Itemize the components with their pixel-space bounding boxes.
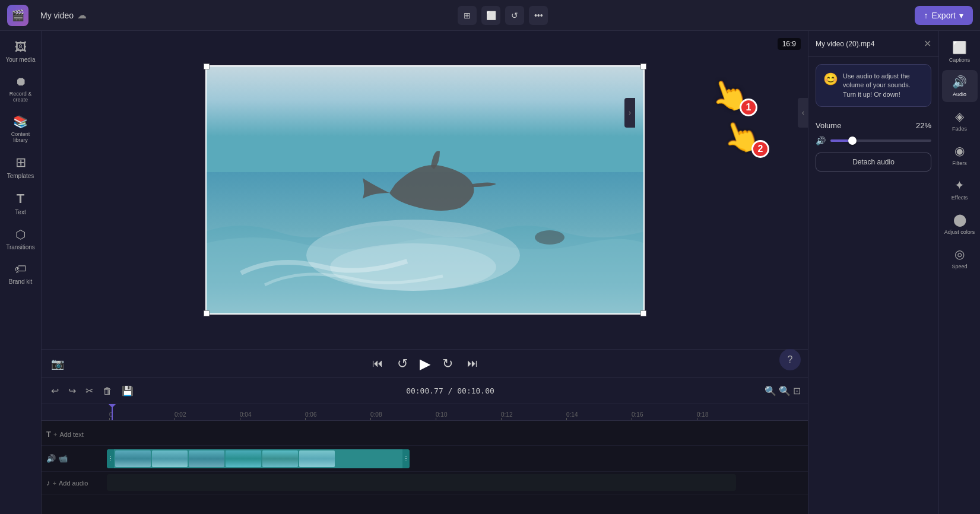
content-library-icon: 📚 [13, 115, 28, 129]
playhead[interactable] [112, 404, 113, 420]
sidebar-item-label: Text [15, 209, 26, 215]
fit-zoom-button[interactable]: ⊡ [793, 385, 801, 396]
aspect-ratio-badge[interactable]: 16:9 [778, 38, 801, 50]
sidebar-item-label: Brand kit [9, 278, 32, 285]
sidebar-item-text[interactable]: T Text [3, 186, 39, 220]
timeline-tracks: T + Add text 🔊 📹 [42, 421, 808, 497]
sidebar-item-your-media[interactable]: 🖼 Your media [3, 36, 39, 68]
panel-title: My video (20).mp4 [816, 40, 874, 48]
volume-header: Volume 22% [816, 121, 931, 130]
help-button[interactable]: ? [779, 349, 801, 370]
audio-panel-icon: 🔊 [952, 75, 967, 89]
right-panel-header: My video (20).mp4 ✕ [808, 31, 938, 57]
delete-button[interactable]: 🗑 [100, 383, 115, 399]
ruler-mark-14: 0:14 [566, 411, 632, 418]
text-track-label: T + Add text [42, 430, 107, 439]
volume-slider[interactable] [830, 139, 931, 142]
screenshot-button[interactable]: 📷 [49, 355, 66, 373]
clip-thumbnail-3 [189, 450, 224, 467]
ruler-mark-16: 0:16 [632, 411, 697, 418]
redo-button[interactable]: ↪ [66, 383, 78, 399]
save-frame-button[interactable]: 💾 [119, 383, 136, 399]
video-track-row: 🔊 📹 ⋮ [42, 446, 808, 472]
effects-label: Effects [952, 195, 968, 201]
cut-button[interactable]: ✂ [83, 383, 96, 399]
zoom-in-button[interactable]: 🔍 [779, 385, 791, 396]
left-panel-expand-button[interactable]: ‹ [798, 98, 808, 128]
clip-left-handle[interactable]: ⋮ [107, 449, 114, 468]
top-bar: 🎬 My video ☁ ⊞ ⬜ ↺ ••• ↑ Export ▾ [0, 0, 980, 31]
tooltip-text: Use audio to adjust the volume of your s… [843, 72, 924, 99]
skip-back-button[interactable]: ⏮ [370, 355, 385, 372]
right-panel: My video (20).mp4 ✕ 😊 Use audio to adjus… [808, 31, 938, 514]
captions-icon: ⬜ [952, 40, 967, 55]
clip-right-handle[interactable]: ⋮ [402, 449, 410, 468]
filters-panel-item[interactable]: ◉ Filters [942, 139, 978, 171]
effects-panel-item[interactable]: ✦ Effects [942, 173, 978, 205]
resize-button[interactable]: ⬜ [481, 6, 500, 25]
add-text-button[interactable]: Add text [59, 431, 83, 438]
timeline-ruler: 0 0:02 0:04 0:06 0:08 0:10 0:12 0:14 0:1… [42, 404, 808, 421]
audio-track-label: ♪ + Add audio [42, 478, 107, 487]
ruler-mark-2: 0:02 [175, 411, 240, 418]
text-track-content [107, 424, 808, 445]
video-title-text: My video [40, 11, 74, 20]
rotate-button[interactable]: ↺ [505, 6, 524, 25]
export-button[interactable]: ↑ Export ▾ [915, 6, 973, 25]
volume-label: Volume [816, 121, 841, 130]
volume-section: Volume 22% 🔊 [808, 114, 938, 153]
video-title-button[interactable]: My video ☁ [36, 7, 91, 23]
rewind-button[interactable]: ↺ [395, 354, 410, 374]
captions-label: Captions [949, 57, 971, 63]
detach-audio-button[interactable]: Detach audio [816, 153, 931, 172]
dolphin-video [205, 65, 645, 315]
video-clip[interactable]: ⋮ ⋮ [107, 449, 410, 468]
zoom-out-button[interactable]: 🔍 [765, 385, 776, 396]
sidebar-item-label: Your media [5, 56, 35, 63]
left-sidebar: 🖼 Your media ⏺ Record &create 📚 Content … [0, 31, 42, 514]
record-icon: ⏺ [15, 75, 27, 88]
svg-point-3 [330, 243, 496, 291]
add-audio-button[interactable]: Add audio [59, 480, 88, 487]
sidebar-item-brand-kit[interactable]: 🏷 Brand kit [3, 258, 39, 290]
video-track-icon: 🔊 [46, 454, 56, 463]
clip-thumbnail-6 [299, 450, 335, 467]
sidebar-item-content-library[interactable]: 📚 Content library [3, 110, 39, 148]
speed-panel-item[interactable]: ◎ Speed [942, 242, 978, 274]
sidebar-item-record[interactable]: ⏺ Record &create [3, 70, 39, 107]
clip-thumbnail-1 [115, 450, 151, 467]
export-label: Export [932, 11, 956, 20]
ruler-mark-18: 0:18 [697, 411, 762, 418]
fades-panel-item[interactable]: ◈ Fades [942, 104, 978, 137]
sidebar-item-templates[interactable]: ⊞ Templates [3, 150, 39, 184]
close-panel-button[interactable]: ✕ [924, 38, 931, 49]
time-display: 00:00.77 / 00:10.00 [141, 386, 760, 395]
skip-forward-button[interactable]: ⏭ [465, 355, 480, 372]
undo-button[interactable]: ↩ [49, 383, 61, 399]
forward-button[interactable]: ↻ [440, 354, 455, 374]
adjust-colors-label: Adjust colors [944, 229, 975, 235]
play-button[interactable]: ▶ [420, 356, 430, 372]
volume-value: 22% [916, 121, 931, 130]
clip-thumbnail-4 [226, 450, 261, 467]
crop-button[interactable]: ⊞ [458, 6, 477, 25]
ruler-mark-6: 0:06 [305, 411, 370, 418]
more-options-button[interactable]: ••• [529, 6, 548, 25]
current-time: 00:00.77 [406, 386, 443, 395]
effects-icon: ✦ [954, 178, 965, 192]
volume-slider-thumb[interactable] [848, 137, 857, 145]
adjust-colors-icon: ⬤ [953, 212, 966, 227]
export-icon: ↑ [924, 11, 928, 20]
video-track-mute-icon: 📹 [58, 454, 68, 463]
filters-label: Filters [952, 160, 967, 166]
right-panel-collapse-button[interactable]: › [624, 98, 635, 128]
adjust-colors-panel-item[interactable]: ⬤ Adjust colors [942, 208, 978, 240]
audio-panel-item[interactable]: 🔊 Audio [942, 70, 978, 102]
tooltip-emoji: 😊 [823, 72, 838, 99]
brand-kit-icon: 🏷 [15, 262, 27, 276]
speed-label: Speed [952, 264, 967, 269]
ruler-mark-10: 0:10 [436, 411, 501, 418]
sidebar-item-transitions[interactable]: ⬡ Transitions [3, 223, 39, 255]
captions-panel-item[interactable]: ⬜ Captions [942, 36, 978, 68]
zoom-controls: 🔍 🔍 ⊡ [765, 385, 801, 396]
